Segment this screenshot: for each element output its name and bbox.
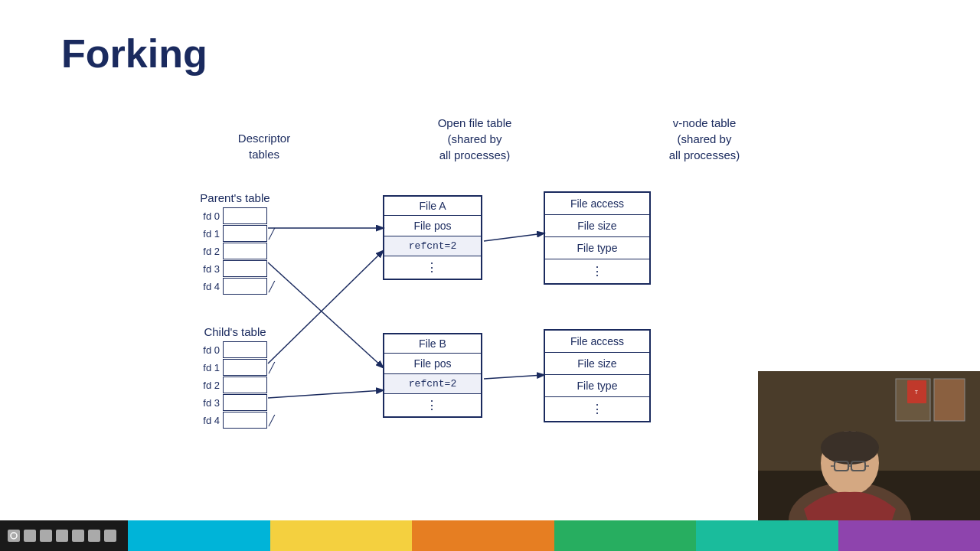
fd-row: fd 3: [195, 394, 275, 411]
parent-fd-table: Parent's table fd 0 fd 1 ╱ fd 2 fd 3 fd …: [195, 191, 275, 295]
fd-row: fd 2: [195, 243, 275, 259]
svg-line-4: [268, 390, 383, 398]
svg-line-3: [268, 251, 383, 364]
toolbar-icons: [0, 530, 124, 542]
fd-row: fd 4 ╱: [195, 278, 275, 295]
color-seg-purple: [838, 520, 981, 551]
file-a-refcnt: refcnt=2: [384, 236, 481, 256]
svg-line-2: [268, 262, 383, 367]
fd-cell: [223, 225, 267, 242]
slide: Forking Descriptortables Open file table…: [0, 0, 980, 520]
person-silhouette: T: [758, 371, 980, 520]
parent-table-label: Parent's table: [195, 191, 275, 204]
file-b-refcnt: refcnt=2: [384, 374, 481, 394]
fd-row: fd 4 ╱: [195, 412, 275, 429]
col-header-descriptor: Descriptortables: [214, 130, 314, 162]
page-title: Forking: [61, 31, 207, 77]
child-fd-table: Child's table fd 0 fd 1 ╱ fd 2 fd 3 fd 4: [195, 325, 275, 429]
fd-cell: [223, 207, 267, 224]
file-b-label: File B: [384, 334, 481, 354]
fd-row: fd 1 ╱: [195, 359, 275, 376]
vnode-b-dots: ⋮: [545, 397, 649, 421]
fd-row: fd 1 ╱: [195, 225, 275, 242]
fd-cell: [223, 359, 267, 376]
vnode-b-size: File size: [545, 353, 649, 375]
file-b-box: File B File pos refcnt=2 ⋮: [383, 333, 482, 418]
vnode-a-box: File access File size File type ⋮: [544, 191, 651, 285]
svg-point-21: [11, 533, 17, 539]
file-a-label: File A: [384, 197, 481, 216]
fd-row: fd 0: [195, 341, 275, 358]
fd-row: fd 2: [195, 377, 275, 393]
svg-line-5: [484, 233, 544, 241]
fd-cell: [223, 278, 267, 295]
vnode-a-size: File size: [545, 215, 649, 237]
col-header-vnode: v-node table(shared byall processes): [643, 115, 766, 163]
file-b-pos: File pos: [384, 354, 481, 374]
vnode-b-access: File access: [545, 331, 649, 353]
vnode-a-type: File type: [545, 237, 649, 259]
toolbar-icon-3[interactable]: [40, 530, 52, 542]
child-table-label: Child's table: [195, 325, 275, 338]
toolbar-icon-1[interactable]: [8, 530, 20, 542]
fd-row: fd 3: [195, 260, 275, 277]
fd-cell: [223, 412, 267, 429]
color-seg-teal: [696, 520, 838, 551]
vnode-b-type: File type: [545, 375, 649, 397]
toolbar: [0, 520, 980, 551]
vnode-a-access: File access: [545, 193, 649, 215]
color-seg-orange: [412, 520, 554, 551]
toolbar-icon-4[interactable]: [56, 530, 68, 542]
fd-cell: [223, 341, 267, 358]
webcam-feed: T: [758, 371, 980, 520]
toolbar-icon-6[interactable]: [88, 530, 100, 542]
color-bar: [128, 520, 980, 551]
file-a-dots: ⋮: [384, 256, 481, 279]
toolbar-icon-5[interactable]: [72, 530, 84, 542]
toolbar-icon-2[interactable]: [24, 530, 36, 542]
fd-cell: [223, 243, 267, 259]
svg-point-15: [821, 431, 879, 465]
color-seg-yellow: [270, 520, 413, 551]
vnode-b-box: File access File size File type ⋮: [544, 329, 651, 422]
fd-row: fd 0: [195, 207, 275, 224]
col-header-openfile: Open file table(shared byall processes): [413, 115, 536, 163]
svg-line-6: [484, 375, 544, 379]
fd-cell: [223, 377, 267, 393]
svg-text:T: T: [915, 390, 919, 395]
fd-cell: [223, 394, 267, 411]
color-seg-green: [554, 520, 697, 551]
vnode-a-dots: ⋮: [545, 259, 649, 283]
file-a-pos: File pos: [384, 216, 481, 236]
toolbar-icon-7[interactable]: [104, 530, 116, 542]
file-b-dots: ⋮: [384, 394, 481, 416]
color-seg-cyan: [128, 520, 270, 551]
fd-cell: [223, 260, 267, 277]
file-a-box: File A File pos refcnt=2 ⋮: [383, 195, 482, 280]
webcam-overlay: T: [758, 371, 980, 520]
svg-rect-10: [934, 379, 965, 421]
